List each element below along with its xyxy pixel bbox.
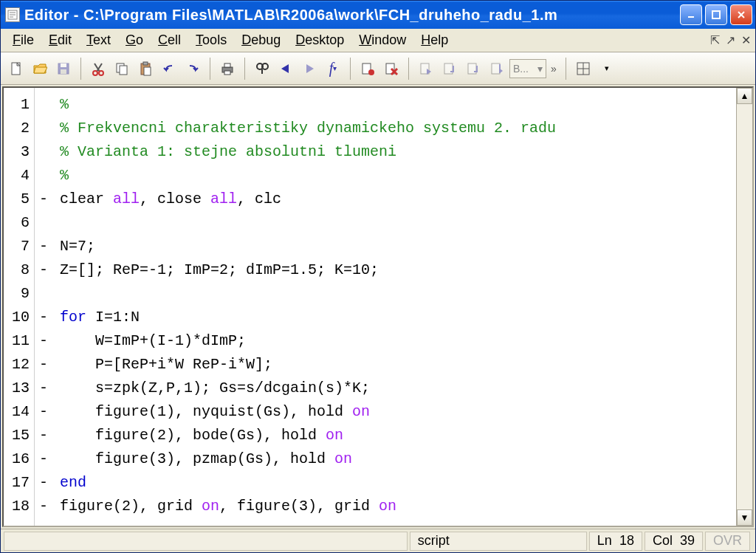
function-button[interactable]: f▾: [322, 58, 344, 80]
close-doc-icon[interactable]: ✕: [741, 33, 751, 47]
code-line[interactable]: end: [60, 470, 736, 494]
line-marker: -: [35, 376, 52, 399]
code-line[interactable]: P=[ReP+i*W ReP-i*W];: [60, 352, 736, 376]
line-number: 13: [4, 376, 34, 399]
svg-rect-20: [120, 66, 127, 75]
step-button[interactable]: [415, 58, 437, 80]
code-line[interactable]: %: [60, 163, 736, 187]
svg-rect-14: [61, 69, 66, 74]
svg-rect-13: [61, 63, 66, 67]
line-marker: -: [35, 470, 52, 494]
scroll-track[interactable]: [737, 104, 752, 509]
open-file-button[interactable]: [29, 58, 51, 80]
code-editor[interactable]: %% Frekvencni charakteristiky dynamickeh…: [52, 88, 736, 526]
line-number: 9: [4, 281, 34, 305]
continue-button[interactable]: [486, 58, 508, 80]
svg-rect-23: [144, 67, 151, 75]
code-line[interactable]: clear all, close all, clc: [60, 187, 736, 210]
menu-desktop[interactable]: Desktop: [288, 30, 351, 50]
line-marker: [35, 163, 52, 187]
line-marker: -: [35, 447, 52, 470]
code-line[interactable]: [60, 281, 736, 305]
line-marker: [35, 281, 52, 305]
titlebar: Editor - C:\Program Files\MATLAB\R2006a\…: [1, 1, 755, 29]
line-marker: [35, 92, 52, 116]
undo-button[interactable]: [158, 58, 180, 80]
line-number: 1: [4, 92, 34, 116]
code-line[interactable]: figure(1), nyquist(Gs), hold on: [60, 399, 736, 423]
close-button[interactable]: [730, 4, 752, 25]
maximize-button[interactable]: [705, 4, 727, 25]
line-number: 2: [4, 116, 34, 140]
menu-window[interactable]: Window: [351, 30, 413, 50]
menu-tools[interactable]: Tools: [188, 30, 234, 50]
code-line[interactable]: for I=1:N: [60, 305, 736, 329]
status-spacer: [4, 532, 408, 551]
code-line[interactable]: %: [60, 92, 736, 116]
line-marker: -: [35, 258, 52, 281]
menu-help[interactable]: Help: [413, 30, 456, 50]
code-line[interactable]: figure(2), grid on, figure(3), grid on: [60, 494, 736, 518]
line-number: 7: [4, 234, 34, 258]
new-file-button[interactable]: [5, 58, 27, 80]
minimize-button[interactable]: [680, 4, 702, 25]
print-button[interactable]: [216, 58, 238, 80]
line-number: 14: [4, 399, 34, 423]
code-line[interactable]: % Varianta 1: stejne absolutni tlumeni: [60, 140, 736, 163]
set-breakpoint-button[interactable]: [357, 58, 379, 80]
status-line: Ln 18: [589, 532, 642, 551]
menubar: FileEditTextGoCellToolsDebugDesktopWindo…: [1, 29, 755, 52]
svg-rect-26: [224, 71, 230, 75]
go-back-button[interactable]: [275, 58, 297, 80]
line-marker: [35, 210, 52, 234]
line-number: 3: [4, 140, 34, 163]
code-line[interactable]: N=7;: [60, 234, 736, 258]
step-out-button[interactable]: [462, 58, 484, 80]
svg-marker-31: [306, 64, 314, 73]
line-number: 15: [4, 423, 34, 447]
tile-button[interactable]: [572, 58, 594, 80]
vertical-scrollbar[interactable]: ▲ ▼: [736, 88, 752, 526]
code-line[interactable]: s=zpk(Z,P,1); Gs=s/dcgain(s)*K;: [60, 376, 736, 399]
line-marker: -: [35, 305, 52, 329]
save-button[interactable]: [52, 58, 75, 80]
dock-collapse-icon[interactable]: ⇱: [710, 33, 720, 47]
line-marker: -: [35, 329, 52, 352]
code-line[interactable]: Z=[]; ReP=-1; ImP=2; dImP=1.5; K=10;: [60, 258, 736, 281]
code-line[interactable]: W=ImP+(I-1)*dImP;: [60, 329, 736, 352]
paste-button[interactable]: [134, 58, 157, 80]
cut-button[interactable]: [87, 58, 109, 80]
go-forward-button[interactable]: [298, 58, 320, 80]
undock-icon[interactable]: ↗: [726, 33, 735, 47]
menu-go[interactable]: Go: [118, 30, 151, 50]
scroll-up-button[interactable]: ▲: [737, 88, 752, 104]
menu-debug[interactable]: Debug: [234, 30, 288, 50]
line-number: 6: [4, 210, 34, 234]
toolbar-overflow-icon[interactable]: »: [551, 63, 557, 75]
menu-text[interactable]: Text: [79, 30, 118, 50]
copy-button[interactable]: [111, 58, 133, 80]
svg-rect-5: [712, 11, 720, 18]
line-marker: -: [35, 399, 52, 423]
code-line[interactable]: figure(3), pzmap(Gs), hold on: [60, 447, 736, 470]
svg-point-18: [99, 71, 103, 75]
window-title: Editor - C:\Program Files\MATLAB\R2006a\…: [24, 7, 680, 24]
line-number-gutter: 123456789101112131415161718: [4, 88, 35, 526]
line-marker: -: [35, 187, 52, 210]
menu-cell[interactable]: Cell: [151, 30, 188, 50]
step-in-button[interactable]: [439, 58, 461, 80]
scroll-down-button[interactable]: ▼: [737, 509, 752, 526]
menu-edit[interactable]: Edit: [41, 30, 79, 50]
code-line[interactable]: % Frekvencni charakteristiky dynamickeho…: [60, 116, 736, 140]
menu-file[interactable]: File: [5, 30, 41, 50]
code-line[interactable]: [60, 210, 736, 234]
redo-button[interactable]: [182, 58, 204, 80]
code-line[interactable]: figure(2), bode(Gs), hold on: [60, 423, 736, 447]
tile-dropdown-button[interactable]: ▾: [596, 58, 618, 80]
line-marker: -: [35, 494, 52, 518]
stack-select[interactable]: B...▾: [509, 59, 546, 78]
status-ovr: OVR: [705, 532, 750, 551]
line-number: 18: [4, 494, 34, 518]
clear-breakpoint-button[interactable]: [380, 58, 402, 80]
find-button[interactable]: [251, 58, 273, 80]
